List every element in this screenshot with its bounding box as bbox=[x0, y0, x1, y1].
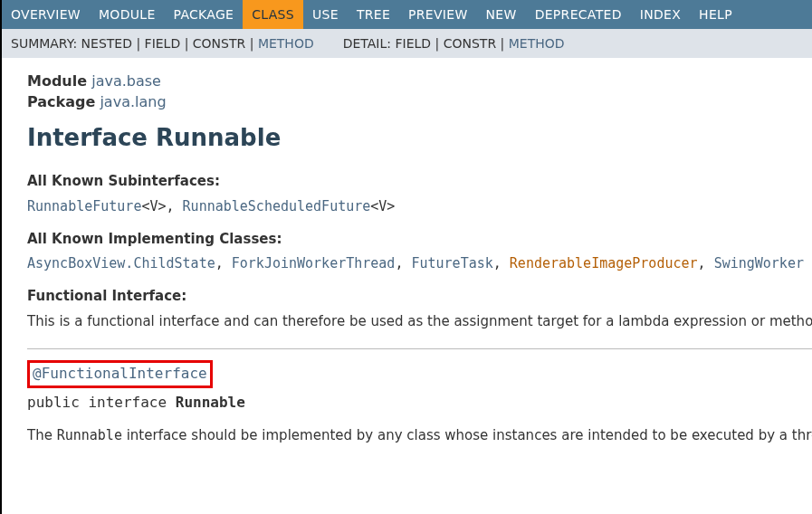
nav-tree[interactable]: TREE bbox=[348, 0, 399, 29]
package-label: Package bbox=[27, 93, 95, 110]
top-nav: OVERVIEW MODULE PACKAGE CLASS USE TREE P… bbox=[2, 0, 812, 29]
detail-method-link[interactable]: METHOD bbox=[509, 36, 565, 51]
module-link[interactable]: java.base bbox=[91, 72, 161, 90]
nav-use[interactable]: USE bbox=[303, 0, 348, 29]
summary-group: SUMMARY: NESTED | FIELD | CONSTR | METHO… bbox=[11, 36, 314, 51]
nav-deprecated[interactable]: DEPRECATED bbox=[526, 0, 631, 29]
package-link[interactable]: java.lang bbox=[100, 93, 166, 110]
module-line: Module java.base bbox=[27, 71, 812, 91]
detail-label: DETAIL: bbox=[343, 36, 391, 51]
detail-constr: CONSTR bbox=[444, 36, 496, 51]
link-asyncboxview-childstate[interactable]: AsyncBoxView.ChildState bbox=[27, 255, 215, 271]
sub-nav: SUMMARY: NESTED | FIELD | CONSTR | METHO… bbox=[2, 29, 812, 58]
detail-group: DETAIL: FIELD | CONSTR | METHOD bbox=[343, 36, 565, 51]
link-swingworker[interactable]: SwingWorker bbox=[714, 255, 804, 271]
nav-package[interactable]: PACKAGE bbox=[165, 0, 244, 29]
link-forkjoinworkerthread[interactable]: ForkJoinWorkerThread bbox=[232, 255, 396, 271]
nav-index[interactable]: INDEX bbox=[631, 0, 690, 29]
page-title: Interface Runnable bbox=[27, 121, 812, 156]
main-content: Module java.base Package java.lang Inter… bbox=[2, 58, 812, 445]
link-futuretask[interactable]: FutureTask bbox=[411, 255, 492, 271]
nav-new[interactable]: NEW bbox=[477, 0, 526, 29]
summary-method-link[interactable]: METHOD bbox=[258, 36, 314, 51]
type-signature: public interface Runnable bbox=[27, 392, 812, 413]
functional-text: This is a functional interface and can t… bbox=[27, 312, 812, 332]
implementing-list: AsyncBoxView.ChildState, ForkJoinWorkerT… bbox=[27, 254, 812, 274]
description: The Runnable interface should be impleme… bbox=[27, 426, 812, 446]
nav-preview[interactable]: PREVIEW bbox=[399, 0, 477, 29]
nav-class[interactable]: CLASS bbox=[243, 0, 303, 29]
subinterfaces-list: RunnableFuture<V>, RunnableScheduledFutu… bbox=[27, 197, 812, 217]
summary-label: SUMMARY: bbox=[11, 36, 77, 51]
implementing-label: All Known Implementing Classes: bbox=[27, 230, 812, 250]
link-renderableimageproducer[interactable]: RenderableImageProducer bbox=[510, 255, 698, 271]
subinterfaces-label: All Known Subinterfaces: bbox=[27, 172, 812, 192]
link-runnablescheduledfuture[interactable]: RunnableScheduledFuture bbox=[183, 198, 371, 214]
functional-label: Functional Interface: bbox=[27, 287, 812, 307]
nav-module[interactable]: MODULE bbox=[90, 0, 165, 29]
link-runnablefuture[interactable]: RunnableFuture bbox=[27, 198, 141, 214]
nav-help[interactable]: HELP bbox=[690, 0, 741, 29]
detail-field: FIELD bbox=[395, 36, 431, 51]
annotation-highlight: @FunctionalInterface bbox=[27, 360, 812, 391]
nav-overview[interactable]: OVERVIEW bbox=[2, 0, 90, 29]
divider bbox=[27, 348, 812, 349]
package-line: Package java.lang bbox=[27, 91, 812, 112]
annotation-link[interactable]: @FunctionalInterface bbox=[33, 365, 207, 382]
summary-field: FIELD bbox=[145, 36, 181, 51]
summary-nested: NESTED bbox=[81, 36, 132, 51]
module-label: Module bbox=[27, 72, 87, 90]
summary-constr: CONSTR bbox=[193, 36, 245, 51]
